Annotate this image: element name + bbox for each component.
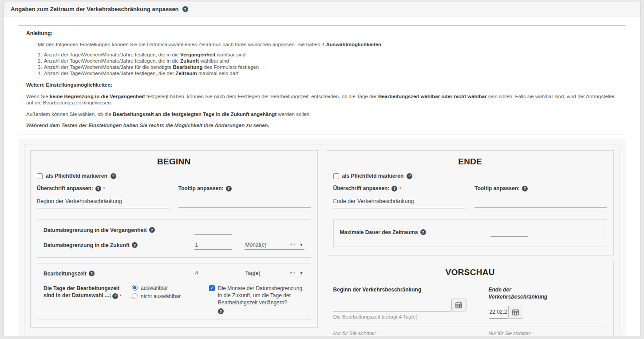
divider (37, 214, 311, 214)
beginn-required-checkbox[interactable] (37, 173, 43, 179)
list-item: 1. Anzahl der Tage/Wochen/Monate/Jahre f… (38, 52, 618, 58)
radio-not-selectable[interactable]: nicht auswählbar (132, 293, 203, 299)
help-icon[interactable]: ? (420, 229, 426, 235)
vorschau-info: Nur für Sie sichtbar: Zeitraum in die Ve… (333, 331, 608, 336)
required-asterisk: * (290, 270, 292, 276)
preview-end-date-input[interactable] (489, 306, 508, 319)
ende-panel: ENDE als Pflichtfeld markieren ? Übersch… (327, 150, 614, 255)
help-icon[interactable]: ? (95, 186, 101, 191)
ende-heading-label: Überschrift anpassen: (333, 185, 390, 191)
visibility-note: Nur für Sie sichtbar: (333, 331, 466, 336)
help-icon[interactable]: ? (89, 271, 95, 276)
help-icon[interactable]: ? (218, 308, 224, 314)
ende-required-checkbox-label: als Pflichtfeld markieren (342, 173, 404, 179)
past-limit-input[interactable] (194, 225, 232, 235)
preview-end-calendar-button[interactable] (508, 306, 523, 319)
beginn-heading-field: Überschrift anpassen: ? * (37, 185, 170, 208)
preview-end-info: Nur für Sie sichtbar: Maximale Dauer des… (489, 331, 538, 336)
card-header: Angaben zum Zeitraum der Verkehrsbeschrä… (4, 2, 640, 16)
processing-time-label: Bearbeitungszeit (43, 271, 87, 277)
ende-tooltip-field: Tooltip anpassen: ? (474, 185, 607, 208)
required-asterisk: * (290, 242, 292, 248)
radio-not-selectable-label: nicht auswählbar (141, 293, 181, 299)
future-limit-unit-select[interactable]: Monat(e) * × ▼ (245, 240, 304, 250)
max-duration-label: Maximale Dauer des Zeitraums (340, 229, 418, 235)
preview-begin-calendar-button[interactable] (451, 299, 466, 311)
divider (333, 214, 608, 214)
list-item: 3. Anzahl der Tage/Wochen/Monate/Jahre f… (38, 64, 618, 70)
help-icon[interactable]: ? (182, 6, 188, 12)
instructions-intro: Mit den folgenden Einstellungen können S… (38, 41, 618, 48)
past-limit-row: Datumsbegrenzung in die Vergangenheit ? (43, 223, 304, 238)
extend-checkbox[interactable]: ✓ (209, 285, 215, 291)
vorschau-title: VORSCHAU (333, 267, 608, 277)
chevron-down-icon[interactable]: ▼ (300, 243, 304, 247)
beginn-tooltip-input[interactable] (178, 191, 311, 208)
beginn-heading-input[interactable] (37, 192, 170, 208)
help-icon[interactable]: ? (112, 293, 118, 299)
instructions-note: Während dem Testen der Einstellungen hab… (26, 122, 618, 128)
chevron-down-icon[interactable]: ▼ (300, 271, 304, 275)
past-limit-label: Datumsbegrenzung in die Vergangenheit (43, 227, 147, 233)
instructions-paragraph: Wenn Sie keine Begrenzung in die Vergang… (26, 93, 618, 106)
future-limit-row: Datumsbegrenzung in die Zukunft ? Monat(… (43, 238, 304, 253)
processing-time-input[interactable] (194, 269, 232, 278)
calendar-icon (512, 309, 519, 315)
ende-title: ENDE (333, 157, 608, 167)
beginn-panel: BEGINN als Pflichtfeld markieren ? Übers… (30, 150, 318, 328)
ende-tooltip-input[interactable] (474, 191, 607, 208)
right-column: ENDE als Pflichtfeld markieren ? Übersch… (327, 150, 614, 336)
clear-icon[interactable]: × (293, 242, 296, 248)
ende-heading-input[interactable] (333, 192, 466, 208)
settings-card: Angaben zum Zeitraum der Verkehrsbeschrä… (3, 2, 641, 336)
beginn-heading-label: Überschrift anpassen: (37, 185, 93, 191)
ende-fields: Überschrift anpassen: ? * Tooltip anpass… (333, 185, 608, 208)
selectable-choice-row: Die Tage der Bearbeitungszeit sind in de… (43, 281, 304, 315)
help-icon[interactable]: ? (522, 186, 528, 191)
max-duration-input[interactable] (490, 227, 528, 237)
page-title: Angaben zum Zeitraum der Verkehrsbeschrä… (11, 6, 179, 12)
processing-unit-select[interactable]: Tag(e) * × ▼ (245, 269, 304, 278)
list-item: 4. Anzahl der Tage/Wochen/Monate/Jahre f… (38, 70, 618, 76)
preview-begin-field: Beginn der Verkehrsbeschränkung (333, 286, 466, 319)
help-icon[interactable]: ? (132, 242, 138, 248)
beginn-tooltip-field: Tooltip anpassen: ? (178, 185, 311, 208)
preview-begin-date-input[interactable] (333, 299, 451, 311)
help-icon[interactable]: ? (407, 173, 412, 179)
help-icon[interactable]: ? (226, 186, 232, 191)
date-limit-box: Datumsbegrenzung in die Vergangenheit ? … (37, 219, 311, 258)
selectable-radio-group: auswählbar nicht auswählbar (132, 285, 203, 302)
ende-tooltip-label: Tooltip anpassen: (474, 185, 520, 191)
preview-end-field: Ende der Verkehrsbeschränkung (489, 286, 538, 319)
beginn-title: BEGINN (37, 157, 311, 167)
vorschau-inputs: Beginn der Verkehrsbeschränkung (333, 286, 608, 319)
processing-unit-value: Tag(e) (245, 270, 291, 276)
instructions-list: 1. Anzahl der Tage/Wochen/Monate/Jahre f… (38, 52, 618, 76)
instructions-box: Anleitung: Mit den folgenden Einstellung… (18, 25, 626, 135)
help-icon[interactable]: ? (391, 186, 397, 191)
preview-begin-hint: Die Bearbeitungszeit beträgt 4 Tag(e) (333, 314, 466, 319)
future-limit-label: Datumsbegrenzung in die Zukunft (43, 242, 130, 248)
radio-unselected-icon[interactable] (132, 293, 138, 299)
processing-time-box: Bearbeitungszeit ? Tag(e) * × ▼ (37, 263, 311, 319)
ende-required-checkbox-row: als Pflichtfeld markieren ? (333, 173, 608, 179)
beginn-required-checkbox-label: als Pflichtfeld markieren (46, 173, 107, 179)
radio-selectable-label: auswählbar (141, 285, 168, 291)
radio-selectable[interactable]: auswählbar (132, 285, 203, 291)
vorschau-panel: VORSCHAU Beginn der Verkehrsbeschränkung (327, 261, 614, 336)
preview-begin-label: Beginn der Verkehrsbeschränkung (333, 286, 466, 293)
clear-icon[interactable]: × (293, 270, 296, 276)
instructions-title: Anleitung: (26, 30, 618, 37)
selectable-label: Die Tage der Bearbeitungszeit sind in de… (43, 285, 119, 299)
radio-selected-icon[interactable] (132, 285, 138, 291)
required-asterisk: * (120, 294, 122, 298)
future-limit-input[interactable] (194, 240, 232, 250)
card-body: Anleitung: Mit den folgenden Einstellung… (4, 16, 640, 336)
max-duration-box: Maximale Dauer des Zeitraums ? (333, 219, 608, 247)
settings-outer-wrapper: BEGINN als Pflichtfeld markieren ? Übers… (18, 138, 626, 336)
ende-required-checkbox[interactable] (333, 173, 339, 179)
help-icon[interactable]: ? (149, 227, 155, 233)
extend-checkbox-block: ✓ Die Monate der Datumsbegrenzung in die… (209, 285, 304, 315)
processing-time-row: Bearbeitungszeit ? Tag(e) * × ▼ (43, 266, 304, 281)
help-icon[interactable]: ? (111, 173, 116, 179)
